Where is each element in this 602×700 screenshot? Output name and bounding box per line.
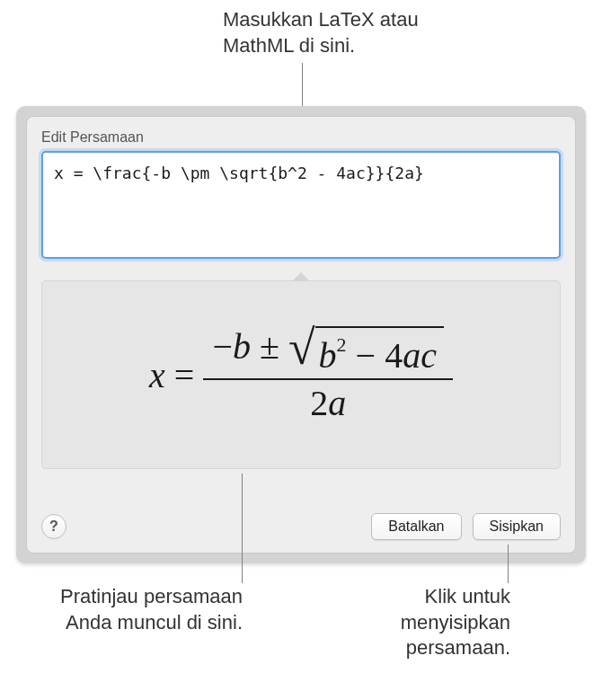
sqrt: √ b2 − 4ac (288, 326, 444, 377)
num-4: 4 (385, 335, 403, 376)
callout-line-bottom-right (508, 545, 509, 583)
preview-notch (293, 273, 309, 281)
minus-sign: − (212, 326, 233, 367)
cancel-button[interactable]: Batalkan (371, 513, 461, 540)
sup-2: 2 (337, 333, 347, 356)
formula-fraction: −b ± √ b2 − 4ac 2a (203, 323, 452, 426)
dialog-title: Edit Persamaan (41, 129, 561, 146)
plusminus-sign: ± (260, 326, 279, 367)
var-b: b (233, 326, 251, 367)
equation-dialog: Edit Persamaan x = −b ± √ b2 − (26, 116, 576, 554)
var-c: c (421, 335, 437, 376)
rendered-formula: x = −b ± √ b2 − 4ac (149, 323, 453, 426)
insert-button[interactable]: Sisipkan (473, 513, 561, 540)
callout-line-bottom-left (242, 474, 243, 583)
sqrt-body: b2 − 4ac (315, 326, 444, 377)
equation-dialog-shell: Edit Persamaan x = −b ± √ b2 − (16, 106, 586, 563)
equation-input[interactable] (41, 151, 561, 259)
dialog-button-row: ? Batalkan Sisipkan (41, 513, 561, 540)
help-button[interactable]: ? (41, 514, 66, 539)
formula-equals: = (174, 354, 195, 396)
equation-preview: x = −b ± √ b2 − 4ac (41, 280, 561, 469)
callout-input-hint: Masukkan LaTeX atau MathML di sini. (223, 7, 492, 58)
var-b2: b (319, 335, 337, 376)
callout-insert-hint: Klik untuk menyisipkan persamaan. (359, 584, 510, 661)
var-a: a (403, 335, 421, 376)
fraction-denominator: 2a (301, 380, 355, 426)
fraction-numerator: −b ± √ b2 − 4ac (203, 323, 452, 378)
num-2: 2 (310, 383, 328, 423)
formula-lhs: x (149, 354, 165, 396)
var-a2: a (328, 383, 346, 423)
callout-preview-hint: Pratinjau persamaan Anda muncul di sini. (32, 584, 243, 635)
minus-sign-2: − (356, 335, 376, 376)
sqrt-sign: √ (288, 332, 315, 382)
